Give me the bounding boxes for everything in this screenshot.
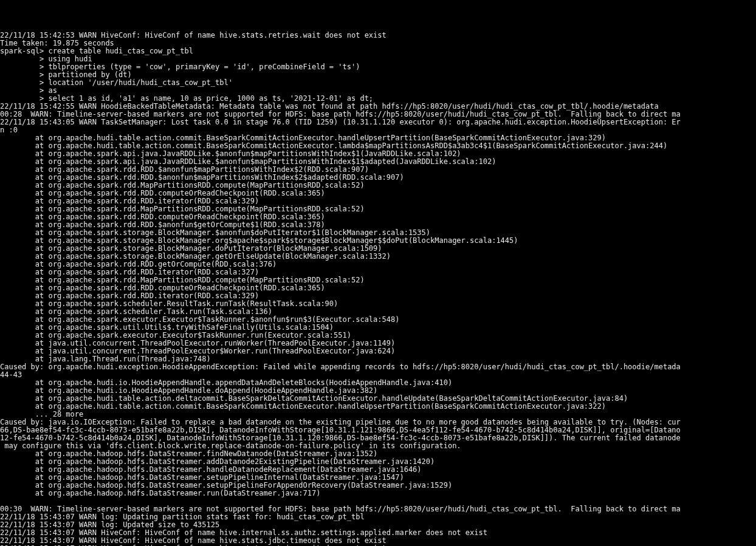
terminal-line: Time taken: 19.875 seconds bbox=[0, 39, 114, 47]
terminal-line: at org.apache.spark.util.Utils$.tryWithS… bbox=[0, 323, 334, 332]
terminal-line: n :0 bbox=[0, 126, 18, 134]
terminal-line: 22/11/18 15:43:05 WARN TaskSetManager: L… bbox=[0, 118, 681, 126]
terminal-line: at org.apache.spark.rdd.MapPartitionsRDD… bbox=[0, 205, 365, 213]
terminal-line: at org.apache.spark.rdd.RDD.$anonfun$map… bbox=[0, 165, 369, 174]
terminal-line: Caused by: java.io.IOException: Failed t… bbox=[0, 418, 681, 426]
terminal-line: at java.util.concurrent.ThreadPoolExecut… bbox=[0, 347, 395, 355]
terminal-line: at org.apache.spark.rdd.RDD.$anonfun$get… bbox=[0, 220, 325, 229]
terminal-line: at org.apache.spark.rdd.RDD.iterator(RDD… bbox=[0, 197, 259, 205]
terminal-line: > tblproperties (type = 'cow', primaryKe… bbox=[0, 63, 360, 71]
terminal-line: at org.apache.hadoop.hdfs.DataStreamer.s… bbox=[0, 481, 452, 490]
terminal-line: at org.apache.hudi.table.action.commit.B… bbox=[0, 142, 667, 150]
terminal-line: 66,DS-bae8ef54-fc3c-4ccb-8073-e51bafe8a2… bbox=[0, 426, 681, 434]
terminal-line: at java.lang.Thread.run(Thread.java:748) bbox=[0, 355, 211, 363]
terminal-output[interactable]: 22/11/18 15:42:53 WARN HiveConf: HiveCon… bbox=[0, 32, 756, 546]
terminal-line: at org.apache.hadoop.hdfs.DataStreamer.h… bbox=[0, 465, 422, 474]
terminal-line: 22/11/18 15:43:07 WARN HiveConf: HiveCon… bbox=[0, 536, 387, 545]
terminal-line: at org.apache.spark.storage.BlockManager… bbox=[0, 236, 518, 245]
terminal-line: at org.apache.spark.api.java.JavaRDDLike… bbox=[0, 149, 461, 158]
terminal-line: > select 1 as id, 'a1' as name, 10 as pr… bbox=[0, 94, 373, 103]
terminal-line: at org.apache.hadoop.hdfs.DataStreamer.f… bbox=[0, 449, 377, 458]
terminal-line: at org.apache.spark.executor.Executor$Ta… bbox=[0, 315, 399, 324]
terminal-line: at org.apache.spark.storage.BlockManager… bbox=[0, 252, 391, 261]
terminal-line: at org.apache.spark.rdd.MapPartitionsRDD… bbox=[0, 276, 365, 284]
terminal-line: 22/11/18 15:43:07 WARN log: Updated size… bbox=[0, 520, 219, 529]
terminal-line: ... 28 more bbox=[0, 410, 83, 418]
terminal-line: at java.util.concurrent.ThreadPoolExecut… bbox=[0, 339, 395, 347]
terminal-line: at org.apache.spark.api.java.JavaRDDLike… bbox=[0, 157, 496, 166]
terminal-line: at org.apache.spark.rdd.RDD.iterator(RDD… bbox=[0, 292, 259, 300]
terminal-line: at org.apache.spark.executor.Executor$Ta… bbox=[0, 331, 351, 340]
terminal-line: at org.apache.spark.scheduler.Task.run(T… bbox=[0, 307, 272, 316]
terminal-line: > partitioned by (dt) bbox=[0, 70, 132, 79]
terminal-line: 22/11/18 15:42:53 WARN HiveConf: HiveCon… bbox=[0, 31, 387, 39]
terminal-line: at org.apache.spark.rdd.RDD.computeOrRea… bbox=[0, 284, 325, 292]
terminal-line: at org.apache.hudi.io.HoodieAppendHandle… bbox=[0, 386, 377, 395]
terminal-line: 12-fe54-4670-b742-5c8d414b0a24,DISK], Da… bbox=[0, 434, 681, 442]
terminal-line: at org.apache.spark.rdd.RDD.getOrCompute… bbox=[0, 260, 277, 268]
terminal-line: 00:30 WARN: Timeline-server-based marker… bbox=[0, 505, 681, 513]
terminal-line: at org.apache.spark.storage.BlockManager… bbox=[0, 228, 430, 237]
terminal-line: at org.apache.spark.rdd.RDD.$anonfun$map… bbox=[0, 173, 404, 182]
terminal-line: 22/11/18 15:43:07 WARN HiveConf: HiveCon… bbox=[0, 528, 487, 537]
terminal-line: at org.apache.spark.rdd.RDD.computeOrRea… bbox=[0, 189, 325, 197]
terminal-line: at org.apache.spark.rdd.MapPartitionsRDD… bbox=[0, 181, 365, 189]
terminal-line: at org.apache.hudi.table.action.commit.B… bbox=[0, 402, 606, 411]
terminal-line: may configure this via 'dfs.client.block… bbox=[0, 442, 461, 450]
terminal-line: at org.apache.spark.rdd.RDD.iterator(RDD… bbox=[0, 268, 259, 276]
terminal-line: 44-43 bbox=[0, 370, 22, 379]
terminal-line: Caused by: org.apache.hudi.exception.Hoo… bbox=[0, 363, 681, 371]
terminal-line: 22/11/18 15:42:55 WARN HoodieBackedTable… bbox=[0, 102, 659, 111]
terminal-line: > as bbox=[0, 86, 57, 95]
terminal-line: at org.apache.hadoop.hdfs.DataStreamer.s… bbox=[0, 473, 404, 482]
terminal-line: at org.apache.hudi.table.action.deltacom… bbox=[0, 394, 628, 403]
terminal-line: at org.apache.spark.scheduler.ResultTask… bbox=[0, 299, 338, 308]
terminal-line: > location '/user/hudi/hudi_ctas_cow_pt_… bbox=[0, 78, 233, 87]
terminal-line: > using hudi bbox=[0, 55, 92, 63]
terminal-line: at org.apache.spark.storage.BlockManager… bbox=[0, 244, 382, 253]
terminal-line: 22/11/18 15:43:07 WARN log: Updating par… bbox=[0, 513, 365, 521]
terminal-line: at org.apache.hudi.table.action.commit.B… bbox=[0, 134, 606, 142]
terminal-line: at org.apache.spark.rdd.RDD.computeOrRea… bbox=[0, 213, 325, 221]
terminal-line: 00:28 WARN: Timeline-server-based marker… bbox=[0, 110, 681, 118]
terminal-line: at org.apache.hudi.io.HoodieAppendHandle… bbox=[0, 378, 452, 387]
terminal-line: at org.apache.hadoop.hdfs.DataStreamer.r… bbox=[0, 489, 320, 497]
terminal-line: spark-sql> create table hudi_ctas_cow_pt… bbox=[0, 47, 193, 55]
terminal-line: at org.apache.hadoop.hdfs.DataStreamer.a… bbox=[0, 457, 435, 466]
